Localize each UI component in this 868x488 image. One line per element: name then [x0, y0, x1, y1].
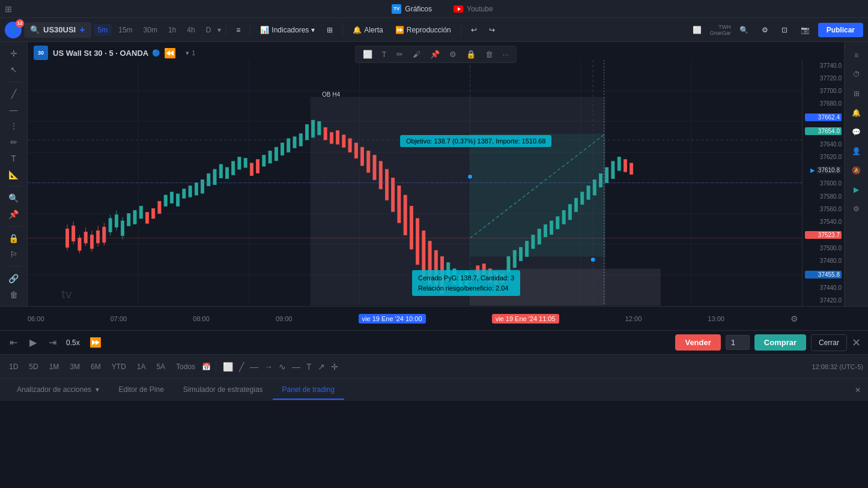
tf-15m[interactable]: 15m: [114, 24, 136, 36]
btab-close-icon[interactable]: ✕: [855, 386, 861, 394]
rt-alert-btn[interactable]: 🔔: [848, 104, 865, 121]
ct-pin[interactable]: 📌: [426, 48, 443, 61]
draw-arrow2[interactable]: ↗: [316, 360, 327, 373]
draw-cross[interactable]: ✛: [329, 360, 340, 373]
trash-tool[interactable]: 🗑: [4, 288, 23, 301]
draw-curve[interactable]: ∿: [277, 360, 288, 373]
chart-area: 30 US Wall St 30 · 5 · OANDA 🔵 ⏪ ▾ 1 ⬜ T…: [28, 42, 844, 306]
right-toolbar: ≡ ⏱ ⊞ 🔔 💬 👤 🔕 ▶ ⚙: [844, 42, 868, 306]
link-tool[interactable]: 🔗: [4, 271, 23, 285]
btab-analizador[interactable]: Analizador de acciones ▾: [7, 381, 109, 400]
camera-btn[interactable]: 📷: [796, 23, 815, 37]
crosshair-btn[interactable]: ✛: [4, 47, 23, 61]
draw-tool5[interactable]: —: [290, 360, 302, 373]
undo-btn[interactable]: ↩: [466, 23, 482, 37]
btab-panel[interactable]: Panel de trading: [273, 381, 344, 400]
draw-text[interactable]: T: [305, 360, 314, 373]
clock-btn[interactable]: ⏱: [848, 66, 865, 83]
tf-4h[interactable]: 4h: [183, 24, 199, 36]
ob-label: OB H4: [322, 91, 340, 98]
tf-1h[interactable]: 1h: [164, 24, 180, 36]
hline-tool[interactable]: —: [4, 103, 23, 117]
price-axis: 37740.0 37720.0 37700.0 37680.0 37662.4 …: [802, 60, 844, 306]
ct-pencil[interactable]: ✏: [393, 48, 407, 61]
period-todos[interactable]: Todos: [172, 361, 199, 373]
ruler-tool[interactable]: 📐: [4, 167, 23, 181]
person-btn[interactable]: 👤: [848, 143, 865, 160]
period-ytd[interactable]: YTD: [108, 361, 130, 373]
ct-lock[interactable]: 🔒: [463, 48, 479, 61]
period-3m[interactable]: 3M: [65, 361, 84, 373]
indicators-btn[interactable]: 📊 Indicadores ▾: [255, 23, 320, 37]
chat-btn[interactable]: 💬: [848, 124, 865, 140]
user-badge[interactable]: TWH GnarGar: [710, 24, 731, 36]
bar-type-btn[interactable]: ≡: [231, 23, 245, 37]
period-1m[interactable]: 1M: [45, 361, 64, 373]
avatar[interactable]: 12 👤: [5, 22, 22, 38]
ct-settings[interactable]: ⚙: [446, 48, 460, 61]
time-1105-selected[interactable]: vie 19 Ene '24 11:05: [492, 314, 559, 324]
text-tool[interactable]: T: [4, 151, 23, 165]
time-1000-selected[interactable]: vie 19 Ene '24 10:00: [359, 314, 426, 324]
ct-delete[interactable]: 🗑: [482, 48, 497, 61]
replay-step-fwd[interactable]: ⇥: [46, 334, 59, 351]
tf-30m[interactable]: 30m: [139, 24, 162, 36]
line-tool[interactable]: ╱: [4, 87, 23, 101]
layers-btn[interactable]: ⊞: [848, 85, 865, 102]
time-axis-settings[interactable]: ⚙: [791, 314, 798, 324]
ct-text[interactable]: T: [378, 48, 390, 61]
rt-settings-btn[interactable]: ⚙: [848, 200, 865, 217]
period-1d[interactable]: 1D: [5, 361, 22, 373]
cursor-btn[interactable]: ↖: [4, 63, 23, 77]
replay-fast-fwd[interactable]: ⏩: [87, 334, 104, 351]
redo-btn[interactable]: ↪: [484, 23, 500, 37]
search-global-btn[interactable]: 🔍: [735, 23, 753, 37]
tab-graficos[interactable]: TV Gráficos: [387, 2, 437, 16]
rt-bell-btn[interactable]: 🔕: [848, 162, 865, 179]
symbol-search[interactable]: 🔍 US30USI +: [24, 22, 91, 38]
tf-d[interactable]: D: [202, 24, 216, 36]
close-button[interactable]: Cerrar: [811, 334, 847, 351]
btab-simulador[interactable]: Simulador de estrategias: [174, 381, 273, 400]
watchlist-btn[interactable]: ≡: [848, 47, 865, 64]
period-6m[interactable]: 6M: [86, 361, 105, 373]
flag-tool[interactable]: 🏳: [4, 247, 23, 261]
replay-to-start[interactable]: ⇤: [7, 334, 20, 351]
quantity-input[interactable]: [726, 335, 750, 350]
draw-hline[interactable]: —: [248, 360, 260, 373]
brush-tool[interactable]: ✏: [4, 135, 23, 149]
replay-close-btn[interactable]: ✕: [852, 336, 861, 349]
fullscreen-btn[interactable]: ⬜: [688, 23, 706, 37]
draw-arrow[interactable]: →: [263, 360, 275, 373]
bottom-toolbar: 1D 5D 1M 3M 6M YTD 1A 5A Todos 📅 ⬜ ╱ — →…: [0, 354, 868, 378]
buy-button[interactable]: Comprar: [754, 334, 806, 351]
tf-dropdown-icon[interactable]: ▾: [217, 26, 221, 34]
sell-button[interactable]: Vender: [675, 334, 720, 351]
publish-button[interactable]: Publicar: [818, 23, 863, 37]
replay-btn[interactable]: ⏩ Reproducción: [390, 23, 456, 37]
svg-rect-47: [109, 218, 112, 232]
settings-btn[interactable]: ⚙: [757, 23, 773, 37]
draw-segment[interactable]: ╱: [237, 360, 246, 373]
replay-speed[interactable]: 0.5x: [66, 339, 80, 347]
period-5a[interactable]: 5A: [152, 361, 169, 373]
replay-play[interactable]: ▶: [27, 334, 39, 351]
period-calendar-icon[interactable]: 📅: [202, 363, 211, 371]
ct-brush[interactable]: 🖌: [409, 48, 424, 61]
pin-tool[interactable]: 📌: [4, 208, 23, 221]
btab-editor[interactable]: Editor de Pine: [109, 381, 173, 400]
tab-youtube[interactable]: Youtube: [449, 2, 498, 16]
period-1a[interactable]: 1A: [133, 361, 150, 373]
fib-tool[interactable]: ⋮: [4, 119, 23, 133]
templates-btn[interactable]: ⊞: [322, 23, 338, 37]
alert-btn[interactable]: 🔔 Alerta: [348, 23, 387, 37]
period-5d[interactable]: 5D: [25, 361, 42, 373]
layout-btn[interactable]: ⊡: [777, 23, 792, 37]
draw-rect[interactable]: ⬜: [221, 360, 235, 373]
ct-rect[interactable]: ⬜: [359, 48, 376, 61]
tf-5m[interactable]: 5m: [94, 24, 112, 36]
rt-play-btn[interactable]: ▶: [848, 181, 865, 198]
lock-tool[interactable]: 🔒: [4, 232, 23, 246]
ct-more[interactable]: ···: [499, 48, 513, 61]
zoom-tool[interactable]: 🔍: [4, 191, 23, 205]
